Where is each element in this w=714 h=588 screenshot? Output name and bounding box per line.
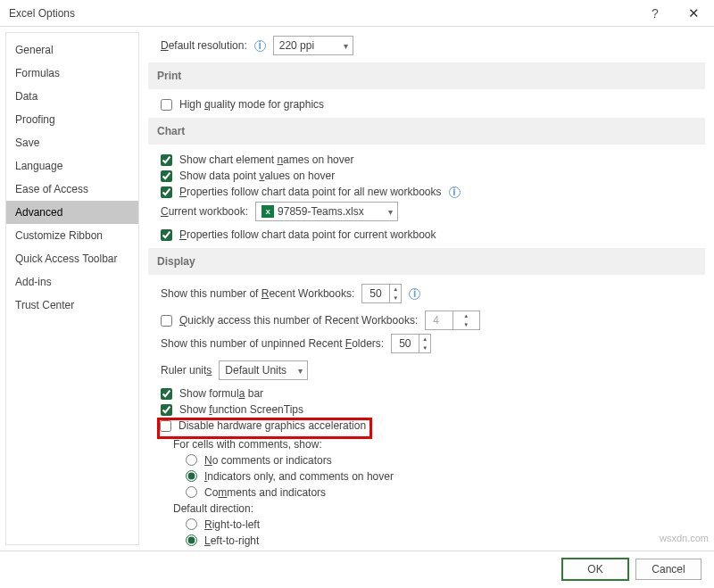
highlight-disable-hw-accel: Disable hardware graphics acceleration [157,418,372,439]
sidebar-item-add-ins[interactable]: Add-ins [6,270,138,294]
default-direction-group: Default direction: Right-to-left Left-to… [173,502,705,547]
cells-comments-head: For cells with comments, show: [173,438,705,451]
checkbox-chart-element-names[interactable]: Show chart element names on hover [161,153,705,166]
options-sidebar: General Formulas Data Proofing Save Lang… [5,32,139,545]
watermark: wsxdn.com [660,533,709,543]
dialog-footer: OK Cancel [0,551,714,587]
sidebar-item-customize-ribbon[interactable]: Customize Ribbon [6,224,138,247]
sidebar-item-data[interactable]: Data [6,85,138,108]
section-print: Print [148,62,705,89]
checkbox-formula-bar[interactable]: Show formula bar [161,387,705,400]
sidebar-item-advanced[interactable]: Advanced [6,201,138,224]
sidebar-item-ease-of-access[interactable]: Ease of Access [6,178,138,201]
sidebar-item-save[interactable]: Save [6,131,138,154]
current-workbook-combo[interactable]: X97859-Teams.xlsx [255,202,398,221]
info-icon[interactable]: i [409,288,420,300]
default-resolution-label: Default resolution: [161,39,247,52]
radio-ltr[interactable]: Left-to-right [186,534,705,547]
sidebar-item-formulas[interactable]: Formulas [6,62,138,85]
current-workbook-label: Current workbook: [161,205,248,218]
cells-comments-group: For cells with comments, show: No commen… [173,438,705,499]
radio-comments-and-indicators[interactable]: Comments and indicators [186,486,705,499]
info-icon[interactable]: i [449,186,461,198]
checkbox-quick-access-recent[interactable]: Quickly access this number of Recent Wor… [161,311,705,330]
section-display: Display [148,248,705,275]
ok-button[interactable]: OK [562,559,628,580]
quick-access-spinner: 4▲▼ [425,311,480,330]
help-button[interactable]: ? [637,6,673,21]
sidebar-item-quick-access-toolbar[interactable]: Quick Access Toolbar [6,247,138,270]
title-bar: Excel Options ? ✕ [0,0,714,27]
info-icon[interactable]: i [254,40,266,52]
checkbox-properties-current-workbook[interactable]: Properties follow chart data point for c… [161,228,705,241]
cancel-button[interactable]: Cancel [635,559,702,580]
radio-no-comments[interactable]: No comments or indicators [186,454,705,467]
unpinned-folders-label: Show this number of unpinned Recent Fold… [161,337,384,350]
checkbox-disable-hw-accel[interactable]: Disable hardware graphics acceleration [160,419,366,432]
sidebar-item-trust-center[interactable]: Trust Center [6,294,138,317]
unpinned-folders-spinner[interactable]: 50▲▼ [391,334,431,353]
excel-file-icon: X [262,205,274,218]
checkbox-properties-new-workbooks[interactable]: Properties follow chart data point for a… [161,186,705,198]
sidebar-item-proofing[interactable]: Proofing [6,108,138,131]
sidebar-item-language[interactable]: Language [6,154,138,178]
checkbox-function-screentips[interactable]: Show function ScreenTips [161,403,705,416]
sidebar-item-general[interactable]: General [6,38,138,62]
default-direction-head: Default direction: [173,502,705,515]
options-content[interactable]: Default resolution: i 220 ppi Print High… [139,27,714,551]
default-resolution-combo[interactable]: 220 ppi [273,36,353,55]
ruler-units-label: Ruler units [161,364,212,377]
radio-rtl[interactable]: Right-to-left [186,518,705,531]
section-chart: Chart [148,118,705,145]
window-title: Excel Options [9,7,75,20]
ruler-units-combo[interactable]: Default Units [219,360,308,380]
checkbox-high-quality-graphics[interactable]: High quality mode for graphics [161,98,705,111]
recent-workbooks-label: Show this number of Recent Workbooks: [161,287,354,300]
radio-indicators-only[interactable]: Indicators only, and comments on hover [186,470,705,483]
checkbox-data-point-values[interactable]: Show data point values on hover [161,170,705,182]
close-button[interactable]: ✕ [673,5,714,21]
recent-workbooks-spinner[interactable]: 50▲▼ [361,284,402,303]
